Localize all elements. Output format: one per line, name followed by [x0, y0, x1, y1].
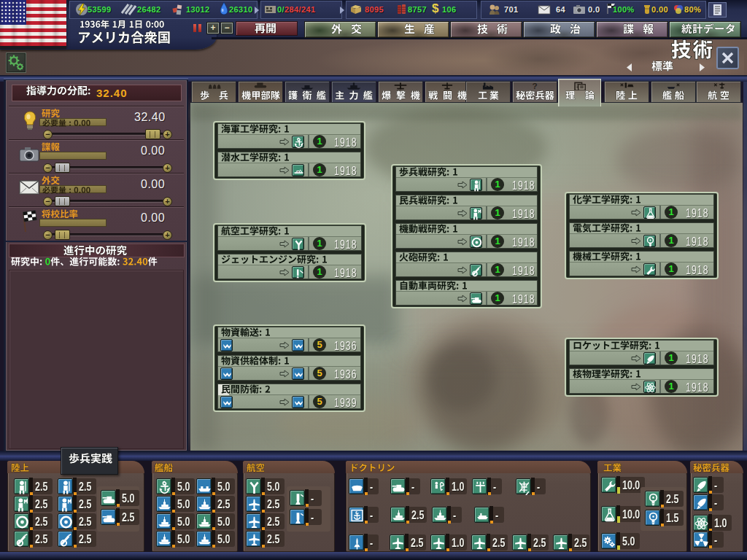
svg-text:?: ? — [532, 81, 537, 90]
